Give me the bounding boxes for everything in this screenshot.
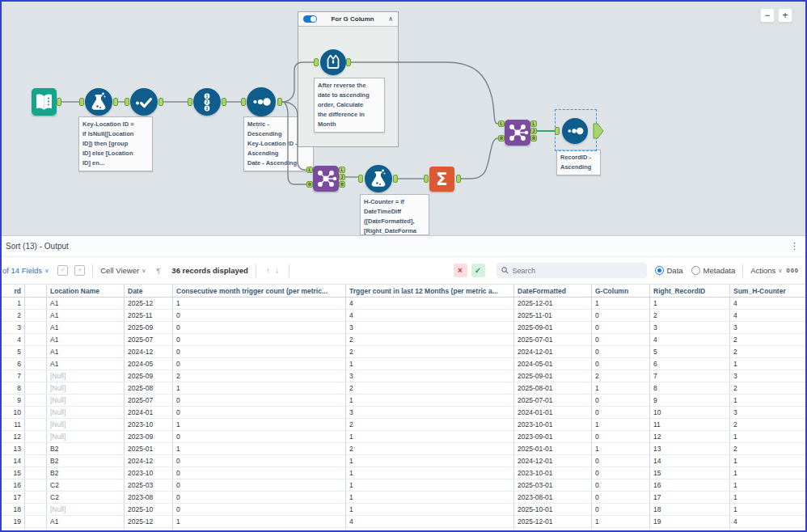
table-cell[interactable]: 4 xyxy=(346,528,514,530)
table-cell[interactable]: 18 xyxy=(2,504,25,515)
table-cell[interactable] xyxy=(25,455,47,467)
table-cell[interactable]: 4 xyxy=(730,516,805,527)
kebab-menu-icon[interactable]: ⋮ xyxy=(790,241,799,251)
table-cell[interactable]: 1 xyxy=(730,492,805,503)
table-cell[interactable]: 12 xyxy=(650,431,730,442)
table-cell[interactable]: 1 xyxy=(2,298,25,309)
table-row[interactable]: 16C22025-03012025-03-010161 xyxy=(2,479,805,492)
metadata-radio[interactable] xyxy=(691,266,700,275)
table-cell[interactable]: 16 xyxy=(2,479,25,491)
table-cell[interactable]: A1 xyxy=(47,516,125,527)
table-cell[interactable]: C2 xyxy=(47,492,125,503)
table-cell[interactable]: 4 xyxy=(346,516,514,527)
table-cell[interactable]: 2024-12-01 xyxy=(514,455,592,467)
table-cell[interactable]: 2 xyxy=(592,370,650,382)
table-cell[interactable]: 2025-09 xyxy=(125,370,173,382)
table-cell[interactable]: 1 xyxy=(346,358,514,369)
table-cell[interactable]: 1 xyxy=(730,504,805,515)
table-cell[interactable]: 14 xyxy=(2,455,25,467)
table-cell[interactable]: 2023-10-01 xyxy=(514,419,592,430)
table-cell[interactable] xyxy=(25,395,47,406)
table-cell[interactable]: B2 xyxy=(47,443,125,454)
table-cell[interactable]: 4 xyxy=(650,334,730,345)
table-cell[interactable]: 2025-09-01 xyxy=(514,370,592,382)
table-cell[interactable]: 0 xyxy=(592,395,650,406)
apply-filter-button[interactable]: ✓ xyxy=(471,264,485,277)
tool-sort-2-selected[interactable] xyxy=(562,118,588,144)
table-cell[interactable]: 2025-03-01 xyxy=(514,479,592,491)
table-cell[interactable]: 2 xyxy=(346,346,514,357)
table-cell[interactable]: 0 xyxy=(173,310,346,321)
table-cell[interactable]: 2025-12 xyxy=(125,298,173,309)
table-cell[interactable]: 1 xyxy=(346,479,514,491)
table-cell[interactable]: 2025-08 xyxy=(125,382,173,394)
table-cell[interactable]: 3 xyxy=(346,407,514,418)
table-cell[interactable]: 2024-12 xyxy=(125,455,173,467)
table-cell[interactable]: 0 xyxy=(592,334,650,345)
table-cell[interactable]: 3 xyxy=(2,322,25,333)
join2-left-L-port[interactable]: L xyxy=(498,120,505,127)
table-cell[interactable] xyxy=(25,334,47,345)
table-cell[interactable]: 0 xyxy=(173,407,346,418)
table-row[interactable]: 13B22025-01122025-01-011132 xyxy=(2,443,805,455)
table-cell[interactable]: 12 xyxy=(2,431,25,442)
table-cell[interactable] xyxy=(25,370,47,382)
table-row[interactable]: 12[Null]2023-09012023-09-010121 xyxy=(2,431,805,443)
table-cell[interactable]: 1 xyxy=(346,504,514,515)
annotation-sort-recordid[interactable]: RecordID - Ascending xyxy=(556,150,601,175)
join1-right-L-port[interactable]: L xyxy=(339,167,345,173)
table-cell[interactable]: 2025-12-01 xyxy=(514,298,592,309)
table-cell[interactable]: A1 xyxy=(47,310,125,321)
table-cell[interactable]: 4 xyxy=(730,528,805,530)
column-header[interactable] xyxy=(25,285,47,297)
table-row[interactable]: 1A12025-12142025-12-01114 xyxy=(2,298,805,310)
table-cell[interactable] xyxy=(25,407,47,418)
port-recordid1-in[interactable] xyxy=(188,98,192,106)
tool-sort-1[interactable] xyxy=(247,87,276,116)
port-multirow-in[interactable] xyxy=(314,58,319,66)
table-cell[interactable]: B2 xyxy=(47,455,125,467)
join1-left-R-port[interactable]: R xyxy=(306,181,313,188)
tool-formula-1[interactable] xyxy=(85,88,112,116)
table-cell[interactable]: 2025-07-01 xyxy=(514,334,592,345)
table-row[interactable]: 14B22024-12012024-12-010141 xyxy=(2,455,805,467)
table-cell[interactable]: 2025-01 xyxy=(125,443,173,454)
tool-formula-2[interactable] xyxy=(365,165,392,192)
table-cell[interactable]: [Null] xyxy=(47,504,125,515)
table-cell[interactable] xyxy=(25,492,47,503)
up-arrow-icon[interactable]: ↑ xyxy=(266,266,270,275)
table-cell[interactable]: 1 xyxy=(592,419,650,430)
table-cell[interactable]: 2 xyxy=(346,419,514,430)
tool-join-2[interactable] xyxy=(505,120,530,146)
port-select-in[interactable] xyxy=(125,98,129,106)
table-row[interactable]: 5A12024-12022024-12-01052 xyxy=(2,346,805,358)
table-row[interactable]: 17C22023-08012023-08-010171 xyxy=(2,492,805,504)
table-cell[interactable]: A1 xyxy=(47,346,125,357)
actions-dropdown[interactable]: Actions xyxy=(750,266,775,275)
table-cell[interactable]: 0 xyxy=(592,492,650,503)
port-formula1-in[interactable] xyxy=(79,98,84,106)
table-cell[interactable]: 0 xyxy=(592,431,650,442)
table-cell[interactable]: 3 xyxy=(730,322,805,333)
table-cell[interactable]: 11 xyxy=(2,419,25,430)
annotation-multirow-formula[interactable]: After reverse the date to ascending orde… xyxy=(314,78,385,133)
table-cell[interactable]: 3 xyxy=(346,370,514,382)
table-cell[interactable]: 9 xyxy=(2,395,25,406)
metadata-radio-label[interactable]: Metadata xyxy=(703,266,736,275)
table-cell[interactable]: 2 xyxy=(173,370,346,382)
join2-right-L-port[interactable]: L xyxy=(530,120,537,127)
table-cell[interactable]: 2024-12 xyxy=(125,346,173,357)
table-cell[interactable]: 4 xyxy=(346,298,514,309)
cell-viewer-dropdown[interactable]: Cell Viewer xyxy=(100,266,139,275)
column-header[interactable]: Trgger count in last 12 Months (per metr… xyxy=(346,285,514,297)
table-cell[interactable]: 2025-07 xyxy=(125,334,173,345)
tool-summarize[interactable]: Σ xyxy=(429,167,454,192)
port-sort1-out[interactable] xyxy=(277,98,282,106)
table-cell[interactable]: 1 xyxy=(346,455,514,467)
table-cell[interactable]: 1 xyxy=(173,443,346,454)
table-cell[interactable] xyxy=(25,346,47,357)
table-cell[interactable]: 13 xyxy=(2,443,25,454)
table-cell[interactable]: 4 xyxy=(346,310,514,321)
tool-record-id-1[interactable]: 1 2 3 xyxy=(193,88,221,116)
table-cell[interactable]: 0 xyxy=(173,395,346,406)
